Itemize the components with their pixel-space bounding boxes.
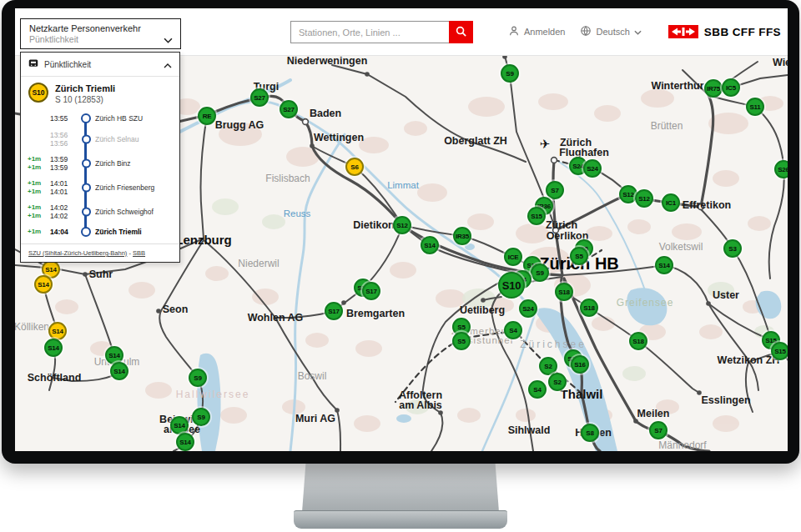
- layer-selector-subtitle: Pünktlichkeit: [29, 34, 162, 45]
- timeline-marker: [79, 175, 93, 199]
- line-badge-s27[interactable]: S27: [250, 88, 269, 107]
- monitor-stand-base: [294, 510, 507, 529]
- line-badge-s14[interactable]: S14: [170, 416, 189, 434]
- stop-delays: +1m: [28, 228, 48, 236]
- search-button[interactable]: [449, 21, 473, 43]
- line-badge-s18[interactable]: S18: [555, 283, 573, 301]
- airport-icon: ✈: [540, 137, 551, 152]
- line-badge-s10[interactable]: S10: [498, 272, 525, 299]
- line-badge-s11[interactable]: S11: [746, 98, 764, 116]
- line-badge-s26[interactable]: S26: [774, 160, 788, 178]
- line-badge-s18[interactable]: S18: [629, 332, 647, 350]
- line-badge-s16[interactable]: S16: [571, 355, 589, 374]
- stop-name: Zürich Binz: [95, 159, 176, 168]
- stop-times: 13:5613:56: [50, 131, 77, 148]
- chevron-up-icon: [164, 57, 172, 72]
- sbb-logo[interactable]: SBB CFF FFS: [668, 25, 781, 38]
- panel-header[interactable]: Pünktlichkeit: [21, 53, 179, 77]
- stop-times: 14:04: [50, 228, 77, 236]
- line-badge-s14[interactable]: S14: [34, 275, 53, 294]
- line-badge-s14[interactable]: S14: [176, 433, 194, 451]
- timeline-marker: [79, 151, 93, 175]
- stop-row: 13:55Zürich HB SZU: [28, 110, 176, 127]
- search-input[interactable]: [290, 21, 449, 43]
- line-badge-s9[interactable]: S9: [501, 64, 519, 83]
- line-badge-s17[interactable]: S17: [325, 302, 343, 320]
- line-badge-s14[interactable]: S14: [48, 322, 67, 340]
- line-badge-ic5[interactable]: IC5: [722, 78, 740, 97]
- line-badge-ir75[interactable]: IR75: [704, 79, 723, 98]
- footer-link[interactable]: SZU (Sihltal-Zürich-Uetliberg-Bahn): [28, 249, 127, 257]
- line-badge-s7[interactable]: S7: [649, 421, 668, 439]
- line-badge-s9[interactable]: S9: [192, 408, 210, 426]
- stop-times: 14:0214:02: [50, 203, 77, 220]
- line-badge-s6[interactable]: S6: [345, 158, 364, 176]
- line-badge-ic1[interactable]: IC1: [662, 193, 680, 212]
- language-label: Deutsch: [596, 27, 629, 37]
- line-badge-s8[interactable]: S8: [581, 424, 599, 442]
- line-badge-s27[interactable]: S27: [280, 100, 298, 118]
- line-badge-s17[interactable]: S17: [362, 282, 380, 300]
- line-badge-s24[interactable]: S24: [519, 299, 537, 318]
- stop-row: +1m14:04Zürich Triemli: [28, 223, 176, 240]
- line-badge-s15[interactable]: S15: [527, 207, 546, 225]
- line-badge-s14[interactable]: S14: [655, 256, 673, 274]
- line-badge-s14[interactable]: S14: [421, 236, 439, 254]
- login-label: Anmelden: [524, 27, 566, 37]
- line-badge-s12[interactable]: S12: [635, 189, 653, 208]
- line-badge-s14[interactable]: S14: [44, 339, 63, 357]
- layer-selector-title: Netzkarte Personenverkehr: [29, 23, 162, 34]
- line-badge-s18[interactable]: S18: [580, 299, 598, 317]
- stop-row: +1m+1m13:5913:59Zürich Binz: [28, 151, 176, 175]
- sbb-flag-icon: [668, 25, 698, 38]
- train-icon: [28, 57, 38, 72]
- monitor-stand-neck: [302, 460, 499, 512]
- stop-name: Zürich Triemli: [95, 228, 176, 236]
- line-badge-s12[interactable]: S12: [393, 216, 411, 234]
- screen: NiederweningenTurgiBadenBrugg AGWettinge…: [15, 8, 788, 451]
- login-link[interactable]: Anmelden: [508, 25, 566, 38]
- stop-delays: +1m+1m: [28, 179, 48, 196]
- stop-times: 13:5913:59: [50, 155, 77, 172]
- stop-list: 13:55Zürich HB SZU13:5613:56Zürich Selna…: [21, 108, 179, 243]
- footer-link[interactable]: SBB: [133, 249, 145, 257]
- line-badge-s24[interactable]: S24: [583, 159, 602, 178]
- search-icon: [455, 25, 467, 40]
- line-badge-s9[interactable]: S9: [189, 369, 207, 387]
- line-badge-s9[interactable]: S9: [531, 263, 549, 282]
- line-badge-s14[interactable]: S14: [110, 362, 128, 380]
- stop-delays: +1m+1m: [28, 203, 48, 220]
- layer-selector-dropdown[interactable]: Netzkarte Personenverkehr Pünktlichkeit: [20, 18, 181, 49]
- stop-row: +1m+1m14:0114:01Zürich Friesenberg: [28, 175, 176, 199]
- monitor-bezel: NiederweningenTurgiBadenBrugg AGWettinge…: [2, 0, 799, 464]
- line-badge-s5[interactable]: S5: [570, 247, 588, 265]
- language-selector[interactable]: Deutsch: [580, 25, 641, 38]
- punctuality-panel: Pünktlichkeit S10 Zürich Triemli S 10 (1…: [20, 52, 180, 263]
- train-summary: S10 Zürich Triemli S 10 (12853): [21, 77, 179, 108]
- line-badge-s3[interactable]: S3: [723, 239, 742, 258]
- stop-times: 13:55: [50, 114, 77, 123]
- stop-name: Zürich Schweighof: [95, 208, 176, 216]
- stop-name: Zürich Selnau: [95, 135, 176, 143]
- line-badge-ice[interactable]: ICE: [504, 248, 522, 266]
- stop-row: 13:5613:56Zürich Selnau: [28, 127, 176, 151]
- train-destination: Zürich Triemli: [55, 83, 115, 94]
- line-badge-s4[interactable]: S4: [504, 321, 522, 339]
- panel-title: Pünktlichkeit: [44, 60, 158, 69]
- stop-row: +1m+1m14:0214:02Zürich Schweighof: [28, 199, 176, 223]
- stop-name: Zürich Friesenberg: [95, 183, 176, 192]
- stop-times: 14:0114:01: [50, 179, 77, 196]
- line-badge-s15[interactable]: S15: [771, 342, 788, 360]
- line-badge-s7[interactable]: S7: [546, 181, 564, 199]
- chevron-down-icon: [164, 32, 173, 47]
- line-badge-s5[interactable]: S5: [452, 332, 471, 350]
- timeline-marker: [79, 223, 93, 240]
- line-badge-re[interactable]: RE: [198, 107, 216, 125]
- panel-footer: SZU (Sihltal-Zürich-Uetliberg-Bahn) - SB…: [21, 243, 179, 262]
- timeline-marker: [79, 199, 93, 223]
- line-badge-s4[interactable]: S4: [528, 380, 547, 399]
- line-badge-s10-selected: S10: [28, 83, 48, 103]
- globe-icon: [580, 25, 592, 38]
- line-badge-ir35[interactable]: IR35: [453, 227, 471, 245]
- line-badge-s2[interactable]: S2: [548, 373, 567, 391]
